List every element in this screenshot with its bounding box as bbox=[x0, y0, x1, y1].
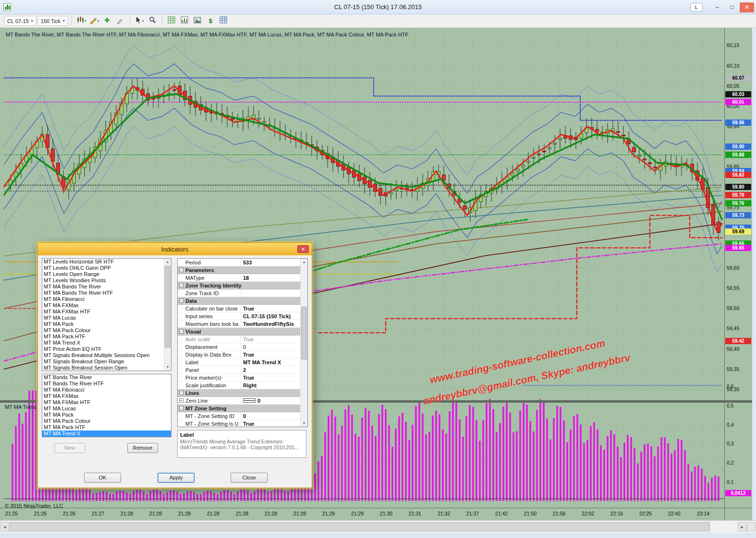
scrollbar-thumb[interactable] bbox=[10, 522, 710, 531]
scroll-right-button[interactable]: ► bbox=[738, 522, 746, 531]
scrollbar-thumb[interactable] bbox=[301, 307, 307, 359]
horizontal-scrollbar[interactable]: ◄ ► bbox=[0, 520, 756, 533]
property-value[interactable]: TwoHundredFiftySix bbox=[241, 320, 301, 327]
list-item[interactable]: MT MA FXMax bbox=[42, 302, 171, 309]
property-section[interactable]: −Lines bbox=[178, 389, 301, 397]
property-section[interactable]: −Zone Tracking Identity bbox=[178, 282, 301, 289]
list-item[interactable]: MT MA Pack HTF bbox=[42, 424, 171, 430]
list-item[interactable]: MT MA Pack bbox=[42, 321, 171, 327]
collapse-icon[interactable]: − bbox=[179, 329, 183, 334]
list-item[interactable]: MT MA Bands The River HTF bbox=[42, 290, 171, 296]
list-item[interactable]: MT MA Fibonacci bbox=[42, 296, 171, 302]
cursor-tool-button[interactable]: ▾ bbox=[134, 16, 146, 26]
title-bar[interactable]: CL 07-15 (150 Tick) 17.06.2015 L – □ ✕ bbox=[0, 0, 756, 14]
properties-button[interactable] bbox=[218, 16, 230, 26]
property-section[interactable]: −Data bbox=[178, 297, 301, 305]
applied-indicator-list[interactable]: MT Bands The RiverMT Bands The River HTF… bbox=[42, 374, 171, 437]
property-row[interactable]: Price marker(s)True bbox=[178, 374, 301, 382]
list-item[interactable]: MT Levels Open Range bbox=[42, 271, 171, 277]
list-item[interactable]: MT MA Trend X bbox=[42, 430, 171, 437]
data-grid-button[interactable] bbox=[166, 16, 178, 26]
instrument-dropdown[interactable]: CL 07-15 ▾ bbox=[4, 16, 37, 26]
scroll-up-icon[interactable]: ▲ bbox=[164, 259, 171, 265]
collapse-icon[interactable]: − bbox=[179, 406, 183, 410]
property-value[interactable]: True bbox=[241, 335, 301, 343]
list-item[interactable]: MT MA Pack Colour bbox=[42, 327, 171, 334]
list-item[interactable]: MT MA FXMax bbox=[42, 393, 171, 399]
property-value[interactable]: 0 bbox=[241, 397, 301, 404]
property-row[interactable]: Maximum bars look baTwoHundredFiftySix bbox=[178, 320, 301, 328]
property-row[interactable]: Calculate on bar closeTrue bbox=[178, 305, 301, 312]
list-item[interactable]: MT MA FXMax HTF bbox=[42, 309, 171, 315]
property-grid[interactable]: Period533−ParametersMAType18−Zone Tracki… bbox=[177, 258, 308, 427]
collapse-icon[interactable]: − bbox=[179, 391, 183, 395]
property-row[interactable]: Displacement0 bbox=[178, 343, 301, 351]
list-item[interactable]: MT Signals Breakout Open Range bbox=[42, 359, 171, 365]
list-item[interactable]: MT Levels Woodies Pivots bbox=[42, 277, 171, 284]
list-item[interactable]: MT Levels OHLC Gann DPP bbox=[42, 265, 171, 271]
add-object-button[interactable] bbox=[101, 16, 113, 26]
interval-dropdown[interactable]: 150 Tick ▾ bbox=[37, 16, 68, 26]
close-dialog-button[interactable]: Close bbox=[231, 473, 268, 483]
maximize-button[interactable]: □ bbox=[725, 2, 739, 12]
list-item[interactable]: MT Bands The River HTF bbox=[42, 381, 171, 387]
property-row[interactable]: Scale justificationRight bbox=[178, 382, 301, 389]
list-item[interactable]: MT Bands The River bbox=[42, 374, 171, 381]
list-item[interactable]: MT MA Pack Colour bbox=[42, 418, 171, 424]
apply-button[interactable]: Apply bbox=[158, 473, 195, 483]
list-item[interactable]: MT Signals Breakout Multiple Sessions Op… bbox=[42, 352, 171, 359]
property-value[interactable]: 533 bbox=[241, 259, 301, 266]
scroll-down-icon[interactable]: ▼ bbox=[164, 364, 171, 371]
property-row[interactable]: LabelMT MA Trend X bbox=[178, 359, 301, 366]
list-item[interactable]: MT Levels Horizontal SR HTF bbox=[42, 259, 171, 265]
scrollbar-thumb[interactable] bbox=[165, 266, 171, 347]
property-row[interactable]: +Zero Line0 bbox=[178, 397, 301, 405]
property-value[interactable]: Right bbox=[241, 382, 301, 389]
property-row[interactable]: Zone Track ID bbox=[178, 289, 301, 297]
minimize-button[interactable]: – bbox=[710, 2, 724, 12]
account-button[interactable]: $ bbox=[205, 16, 217, 26]
list-item[interactable]: MT MA FXMax HTF bbox=[42, 399, 171, 406]
property-value[interactable] bbox=[241, 289, 301, 297]
list-item[interactable]: MT MA Fibonacci bbox=[42, 387, 171, 393]
property-value[interactable]: 18 bbox=[241, 274, 301, 281]
drawing-tools-button[interactable]: ▾ bbox=[88, 16, 100, 26]
property-value[interactable]: 0 bbox=[241, 412, 301, 419]
property-value[interactable]: True bbox=[241, 374, 301, 381]
property-value[interactable]: MT MA Trend X bbox=[241, 359, 301, 366]
list-item[interactable]: MT MA Bands The River bbox=[42, 284, 171, 290]
property-row[interactable]: MT - Zone Setting Is UTrue bbox=[178, 420, 301, 427]
scroll-left-button[interactable]: ◄ bbox=[0, 522, 9, 531]
property-value[interactable]: True bbox=[241, 420, 301, 427]
collapse-icon[interactable]: − bbox=[179, 268, 183, 272]
property-value[interactable]: True bbox=[241, 305, 301, 312]
list-item[interactable]: MT MA Lucas bbox=[42, 406, 171, 412]
property-row[interactable]: Period533 bbox=[178, 259, 301, 266]
collapse-icon[interactable]: − bbox=[179, 299, 183, 303]
list-item[interactable]: MT Price Action EQ HTF bbox=[42, 346, 171, 352]
list-item[interactable]: MT MA Lucas bbox=[42, 315, 171, 321]
property-row[interactable]: MT - Zone Setting ID0 bbox=[178, 412, 301, 420]
property-row[interactable]: Input seriesCL 07-15 (150 Tick) bbox=[178, 312, 301, 320]
scroll-up-icon[interactable]: ▲ bbox=[301, 259, 307, 265]
property-row[interactable]: MAType18 bbox=[178, 274, 301, 282]
close-button[interactable]: ✕ bbox=[740, 2, 754, 12]
grid-scrollbar[interactable]: ▲ ▼ bbox=[300, 259, 307, 427]
snapshot-button[interactable] bbox=[192, 16, 204, 26]
property-section[interactable]: −Parameters bbox=[178, 266, 301, 274]
ok-button[interactable]: OK bbox=[84, 473, 121, 483]
property-section[interactable]: −Visual bbox=[178, 328, 301, 335]
property-row[interactable]: Auto scaleTrue bbox=[178, 335, 301, 343]
link-button[interactable]: L bbox=[690, 3, 703, 12]
property-value[interactable]: True bbox=[241, 351, 301, 358]
property-row[interactable]: Display in Data BoxTrue bbox=[178, 351, 301, 359]
list-item[interactable]: MT MA Trend X bbox=[42, 340, 171, 346]
list-item[interactable]: MT MA Pack HTF bbox=[42, 334, 171, 340]
collapse-icon[interactable]: − bbox=[179, 283, 183, 287]
remove-button[interactable]: Remove bbox=[127, 443, 158, 453]
scroll-down-icon[interactable]: ▼ bbox=[301, 420, 307, 427]
expand-icon[interactable]: + bbox=[179, 398, 183, 403]
list-item[interactable]: MT MA Pack bbox=[42, 412, 171, 418]
chart-trader-button[interactable] bbox=[179, 16, 191, 26]
dialog-title-bar[interactable]: Indicators bbox=[38, 243, 312, 255]
